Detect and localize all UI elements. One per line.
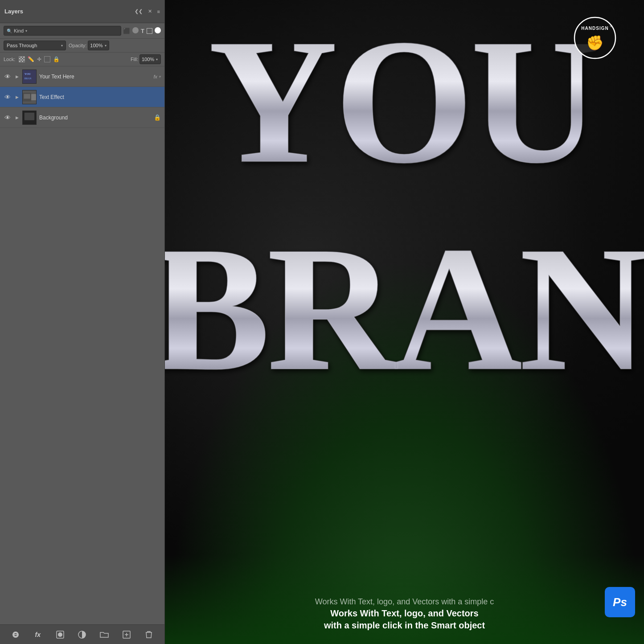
fx-button[interactable]: fx (32, 628, 44, 641)
layer-item-text-effect[interactable]: 👁 ▶ Text Effect (0, 87, 164, 107)
lock-move-icon[interactable]: ✛ (37, 56, 41, 62)
layer-fx-1: fx ▾ (153, 74, 161, 79)
canvas-content: YOU BRAN YOU BRAN HANDSI (165, 0, 644, 644)
filter-adjustment-icon[interactable] (132, 27, 139, 35)
handsign-logo: HANDSIGN ® ✊ (573, 16, 617, 60)
search-icon: 🔍 (7, 29, 12, 33)
svg-text:®: ® (610, 25, 612, 28)
lock-transform-icon[interactable] (44, 56, 50, 62)
menu-icon[interactable]: ≡ (157, 9, 160, 14)
lock-label: Lock: (4, 57, 15, 62)
adjustment-button[interactable] (76, 628, 88, 641)
layers-title: Layers (4, 8, 23, 15)
svg-rect-6 (25, 112, 35, 120)
search-box[interactable]: 🔍 Kind ▾ (4, 26, 121, 36)
chrome-text-svg: YOU BRAN YOU BRAN (165, 0, 644, 547)
fill-chevron: ▾ (156, 57, 158, 62)
visibility-toggle-3[interactable]: 👁 (4, 114, 12, 122)
expand-arrow-1[interactable]: ▶ (14, 74, 20, 79)
filter-pixel-icon[interactable]: ⬛ (123, 28, 130, 34)
blend-mode-chevron: ▾ (61, 44, 63, 48)
filter-smart-icon[interactable] (155, 27, 161, 35)
bottom-text-bold-1: Works With Text, logo, and Vectors (330, 608, 478, 619)
visibility-toggle-2[interactable]: 👁 (4, 93, 12, 101)
opacity-box: Opacity: 100% ▾ (69, 41, 109, 50)
fill-area: Fill: 100% ▾ (131, 54, 161, 64)
layers-panel: Layers ❮❮ ✕ ≡ 🔍 Kind ▾ ⬛ T (0, 0, 165, 644)
new-layer-button[interactable] (120, 628, 133, 641)
mask-button[interactable] (54, 628, 66, 641)
fx-label-1: fx (153, 74, 157, 79)
layer-thumbnail-3 (22, 111, 37, 125)
lock-checkerboard-icon[interactable] (19, 56, 25, 62)
delete-layer-button[interactable] (143, 628, 155, 641)
layers-toolbar: fx (0, 624, 164, 644)
link-button[interactable] (9, 628, 22, 641)
layers-header-icons: ❮❮ ✕ ≡ (135, 8, 160, 14)
fx-arrow-1[interactable]: ▾ (159, 74, 161, 79)
fill-label: Fill: (131, 57, 138, 62)
layer-thumbnail-1: YOU BRAN (22, 70, 37, 84)
svg-text:✊: ✊ (586, 34, 604, 51)
svg-text:YOU: YOU (209, 2, 597, 200)
filter-icons: ⬛ T (123, 27, 161, 35)
opacity-label: Opacity: (69, 43, 86, 48)
svg-rect-4 (24, 94, 30, 98)
svg-text:YOU: YOU (25, 72, 31, 75)
blend-opacity-row: Pass Through ▾ Opacity: 100% ▾ (0, 39, 164, 53)
svg-text:BRAN: BRAN (25, 77, 32, 79)
blend-mode-dropdown[interactable]: Pass Through ▾ (4, 41, 66, 50)
blend-mode-value: Pass Through (7, 43, 37, 48)
layer-name-1: Your Text Here (39, 74, 151, 80)
opacity-input[interactable]: 100% ▾ (88, 41, 109, 50)
lock-icons: ✏️ ✛ 🔒 (19, 56, 60, 62)
lock-badge-3: 🔒 (154, 114, 161, 121)
layers-search-row: 🔍 Kind ▾ ⬛ T (0, 23, 164, 39)
layers-panel-header: Layers ❮❮ ✕ ≡ (0, 0, 164, 23)
layers-list: 👁 ▶ YOU BRAN Your Text Here fx ▾ 👁 (0, 66, 164, 624)
search-kind-label: Kind (14, 28, 24, 33)
canvas-area: YOU BRAN YOU BRAN HANDSI (165, 0, 644, 644)
layer-item-background[interactable]: 👁 ▶ Background 🔒 (0, 107, 164, 128)
visibility-toggle-1[interactable]: 👁 (4, 73, 12, 81)
svg-point-8 (58, 632, 62, 637)
close-panel-icon[interactable]: ✕ (148, 8, 152, 14)
opacity-chevron: ▾ (105, 44, 107, 48)
collapse-icon[interactable]: ❮❮ (135, 8, 143, 14)
filter-text-icon[interactable]: T (141, 28, 144, 34)
layer-name-2: Text Effect (39, 94, 161, 100)
main-layout: Layers ❮❮ ✕ ≡ 🔍 Kind ▾ ⬛ T (0, 0, 644, 644)
fill-value: 100% (142, 57, 154, 62)
fill-input[interactable]: 100% ▾ (139, 54, 161, 64)
lock-fill-row: Lock: ✏️ ✛ 🔒 Fill: 100% ▾ (0, 53, 164, 66)
bottom-text-light: Works With Text, logo, and Vectors with … (315, 597, 494, 607)
search-dropdown-chevron: ▾ (25, 29, 27, 33)
svg-text:HANDSIGN: HANDSIGN (581, 26, 608, 31)
expand-arrow-2[interactable]: ▶ (14, 94, 20, 100)
layer-thumbnail-2 (22, 90, 37, 104)
expand-arrow-3[interactable]: ▶ (14, 115, 20, 120)
ps-badge: Ps (605, 587, 635, 617)
folder-button[interactable] (98, 628, 111, 641)
bottom-text-overlay: Works With Text, logo, and Vectors with … (165, 555, 644, 644)
opacity-value: 100% (90, 43, 103, 48)
layer-item-your-text-here[interactable]: 👁 ▶ YOU BRAN Your Text Here fx ▾ (0, 66, 164, 87)
layer-name-3: Background (39, 115, 151, 121)
ps-badge-text: Ps (613, 595, 627, 609)
lock-padlock-icon[interactable]: 🔒 (53, 56, 60, 62)
filter-shape-icon[interactable] (147, 28, 152, 34)
svg-text:BRAN: BRAN (165, 209, 644, 407)
bottom-text-bold-2: with a simple click in the Smart object (324, 620, 485, 631)
lock-brush-icon[interactable]: ✏️ (28, 56, 34, 62)
